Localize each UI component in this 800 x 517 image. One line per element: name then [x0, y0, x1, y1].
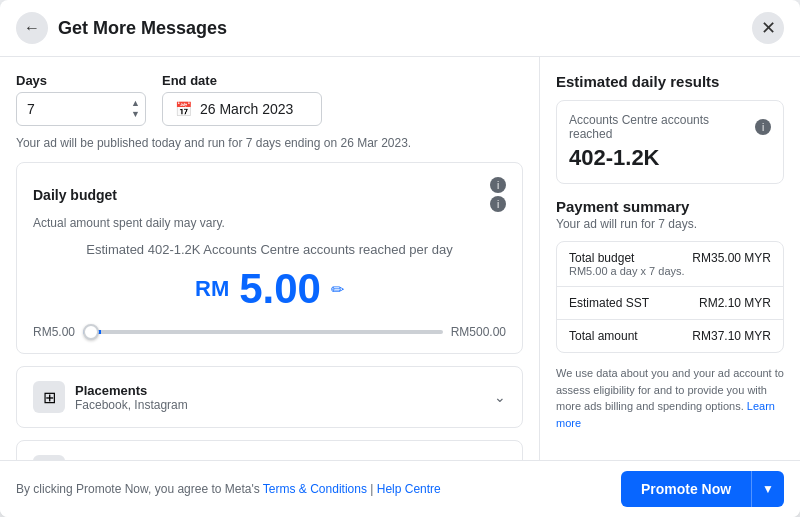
modal-container: ← Get More Messages ✕ Days ▲ ▼	[0, 0, 800, 517]
spinner-buttons: ▲ ▼	[129, 98, 142, 120]
modal-footer: By clicking Promote Now, you agree to Me…	[0, 460, 800, 517]
modal-title: Get More Messages	[58, 18, 752, 39]
slider-max: RM500.00	[451, 325, 506, 339]
date-row: Days ▲ ▼ End date 📅 26 March 2023	[16, 73, 523, 126]
total-budget-label: Total budget	[569, 251, 685, 265]
payment-table: Total budget RM5.00 a day x 7 days. RM35…	[556, 241, 784, 353]
modal-body: Days ▲ ▼ End date 📅 26 March 2023	[0, 57, 800, 460]
days-label: Days	[16, 73, 146, 88]
placements-left: ⊞ Placements Facebook, Instagram	[33, 381, 188, 413]
close-icon: ✕	[761, 17, 776, 39]
total-budget-row: Total budget RM5.00 a day x 7 days. RM35…	[557, 242, 783, 287]
estimated-sst-row: Estimated SST RM2.10 MYR	[557, 287, 783, 320]
placements-label: Placements	[75, 383, 188, 398]
est-card-header: Accounts Centre accounts reached i	[569, 113, 771, 141]
close-button[interactable]: ✕	[752, 12, 784, 44]
end-date-wrap[interactable]: 📅 26 March 2023	[162, 92, 322, 126]
edit-icon[interactable]: ✏	[331, 280, 344, 299]
days-field: Days ▲ ▼	[16, 73, 146, 126]
footer-buttons: Promote Now ▼	[621, 471, 784, 507]
end-date-field: End date 📅 26 March 2023	[162, 73, 322, 126]
info-icon-1[interactable]: i	[490, 177, 506, 193]
est-results-title: Estimated daily results	[556, 73, 784, 90]
estimated-sst-value: RM2.10 MYR	[699, 296, 771, 310]
total-budget-value: RM35.00 MYR	[692, 251, 771, 277]
daily-budget-card: Daily budget i i Actual amount spent dai…	[16, 162, 523, 354]
placements-row: ⊞ Placements Facebook, Instagram ⌄	[33, 381, 506, 413]
total-budget-sub: RM5.00 a day x 7 days.	[569, 265, 685, 277]
total-amount-row: Total amount RM37.10 MYR	[557, 320, 783, 352]
back-button[interactable]: ←	[16, 12, 48, 44]
days-input-wrap: ▲ ▼	[16, 92, 146, 126]
info-icon-2[interactable]: i	[490, 196, 506, 212]
footer-note: By clicking Promote Now, you agree to Me…	[16, 482, 441, 496]
total-budget-label-wrap: Total budget RM5.00 a day x 7 days.	[569, 251, 685, 277]
est-info-icon[interactable]: i	[755, 119, 771, 135]
budget-title: Daily budget	[33, 187, 117, 203]
end-date-text: 26 March 2023	[200, 101, 293, 117]
right-panel: Estimated daily results Accounts Centre …	[540, 57, 800, 460]
dropdown-icon: ▼	[762, 482, 774, 496]
payment-method-card: ✏ Payment method ⌄	[16, 440, 523, 460]
promote-dropdown-button[interactable]: ▼	[751, 471, 784, 507]
total-amount-value: RM37.10 MYR	[692, 329, 771, 343]
spinner-up[interactable]: ▲	[129, 98, 142, 109]
promote-now-button[interactable]: Promote Now	[621, 471, 751, 507]
slider-min: RM5.00	[33, 325, 75, 339]
budget-sub: Actual amount spent daily may vary.	[33, 216, 506, 230]
accounts-label: Accounts Centre accounts reached	[569, 113, 755, 141]
budget-estimate: Estimated 402-1.2K Accounts Centre accou…	[33, 242, 506, 257]
budget-currency: RM	[195, 276, 229, 302]
budget-amount-row: RM 5.00 ✏	[33, 265, 506, 313]
calendar-icon: 📅	[175, 101, 192, 117]
end-date-label: End date	[162, 73, 322, 88]
back-icon: ←	[24, 19, 40, 37]
terms-link[interactable]: Terms & Conditions	[263, 482, 367, 496]
total-amount-label: Total amount	[569, 329, 638, 343]
eligibility-note: We use data about you and your ad accoun…	[556, 365, 784, 431]
est-results-card: Accounts Centre accounts reached i 402-1…	[556, 100, 784, 184]
accounts-value: 402-1.2K	[569, 145, 771, 171]
placements-text: Placements Facebook, Instagram	[75, 383, 188, 412]
publish-note: Your ad will be published today and run …	[16, 136, 523, 150]
placements-sub: Facebook, Instagram	[75, 398, 188, 412]
help-link[interactable]: Help Centre	[377, 482, 441, 496]
days-input[interactable]	[16, 92, 146, 126]
placements-chevron-icon[interactable]: ⌄	[494, 389, 506, 405]
placements-icon: ⊞	[33, 381, 65, 413]
slider-row: RM5.00 RM500.00	[33, 325, 506, 339]
spinner-down[interactable]: ▼	[129, 109, 142, 120]
left-panel: Days ▲ ▼ End date 📅 26 March 2023	[0, 57, 540, 460]
estimated-sst-label: Estimated SST	[569, 296, 649, 310]
payment-summary-title: Payment summary	[556, 198, 784, 215]
budget-title-row: Daily budget i i	[33, 177, 506, 212]
modal-header: ← Get More Messages ✕	[0, 0, 800, 57]
budget-slider[interactable]	[83, 330, 443, 334]
payment-summary-sub: Your ad will run for 7 days.	[556, 217, 784, 231]
placements-card: ⊞ Placements Facebook, Instagram ⌄	[16, 366, 523, 428]
budget-value: 5.00	[239, 265, 321, 313]
